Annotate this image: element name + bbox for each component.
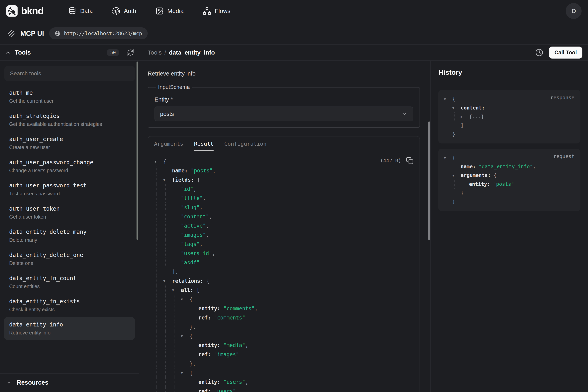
- call-tool-button[interactable]: Call Tool: [549, 46, 583, 58]
- sidebar-item-auth_strategies[interactable]: auth_strategiesGet the available authent…: [4, 108, 135, 132]
- indent-guide: [163, 386, 172, 392]
- sidebar-item-auth_user_create[interactable]: auth_user_createCreate a new user: [4, 132, 135, 155]
- json-punct: ]: [461, 122, 464, 128]
- nav-item-media[interactable]: Media: [156, 7, 184, 15]
- indent-guide: [155, 295, 163, 304]
- sidebar-item-auth_user_password_change[interactable]: auth_user_password_changeChange a user's…: [4, 155, 135, 178]
- json-string: "comments": [214, 315, 245, 321]
- json-key: name:: [461, 164, 476, 170]
- json-key: fields:: [172, 177, 194, 183]
- copy-result-button[interactable]: [406, 157, 413, 164]
- json-string: "id": [181, 186, 194, 192]
- json-string: "comments": [223, 306, 255, 312]
- breadcrumb-tools[interactable]: Tools: [148, 49, 162, 56]
- indent-guide: [444, 104, 452, 112]
- sidebar-item-data_entity_delete_one[interactable]: data_entity_delete_oneDelete one: [4, 247, 135, 270]
- tool-name: auth_user_password_change: [9, 159, 130, 166]
- sidebar-item-auth_user_password_test[interactable]: auth_user_password_testTest a user's pas…: [4, 178, 135, 201]
- indent-guide: [155, 194, 163, 203]
- collapse-marker-icon[interactable]: ▼: [163, 175, 172, 184]
- json-punct: ,: [194, 186, 196, 192]
- chevron-up-icon[interactable]: [5, 50, 11, 56]
- entity-select[interactable]: posts: [155, 106, 413, 121]
- sidebar-item-auth_me[interactable]: auth_meGet the current user: [4, 85, 135, 108]
- resources-section-header[interactable]: Resources: [0, 373, 139, 392]
- json-punct: {: [190, 333, 193, 339]
- indent-guide: [181, 350, 190, 359]
- history-entry-response[interactable]: response▼{▼content: [▶{...}]}: [438, 90, 581, 144]
- indent-guide: [155, 249, 163, 258]
- marker-space: [452, 188, 461, 198]
- indent-guide: [163, 341, 172, 350]
- collapse-marker-icon[interactable]: ▼: [452, 171, 461, 180]
- tool-description: Delete many: [9, 237, 130, 243]
- indent-guide: [155, 221, 163, 230]
- json-line: ▼all: [: [155, 286, 413, 295]
- nav-item-flows[interactable]: Flows: [203, 7, 230, 15]
- json-line: "tags",: [155, 240, 413, 249]
- marker-space: [452, 121, 461, 130]
- json-punct: }: [461, 190, 464, 196]
- json-line: }: [444, 198, 575, 206]
- sidebar-item-data_entity_fn_exists[interactable]: data_entity_fn_existsCheck if entity exi…: [4, 294, 135, 317]
- sidebar-item-auth_user_token[interactable]: auth_user_tokenGet a user token: [4, 201, 135, 224]
- tab-configuration[interactable]: Configuration: [224, 136, 266, 151]
- indent-guide: [163, 258, 172, 267]
- result-tabs: ArgumentsResultConfiguration: [148, 136, 419, 151]
- indent-guide: [444, 121, 452, 130]
- json-punct: ,: [255, 306, 258, 312]
- json-line: ▼content: [: [444, 104, 575, 112]
- json-key: entity:: [198, 379, 220, 385]
- collapse-marker-icon[interactable]: ▼: [181, 332, 190, 341]
- collapse-marker-icon[interactable]: ▼: [444, 95, 452, 104]
- indent-guide: [155, 212, 163, 221]
- bknd-logo[interactable]: bknd: [6, 5, 43, 17]
- expand-marker-icon[interactable]: ▶: [461, 112, 469, 121]
- sidebar-item-data_entity_fn_count[interactable]: data_entity_fn_countCount entities: [4, 270, 135, 294]
- server-url-pill[interactable]: http://localhost:28623/mcp: [49, 27, 148, 39]
- json-punct: ,: [199, 241, 203, 247]
- sidebar-scrollbar[interactable]: [137, 62, 138, 240]
- json-punct: {: [163, 158, 167, 164]
- collapse-marker-icon[interactable]: ▼: [163, 276, 172, 286]
- collapse-marker-icon[interactable]: ▼: [452, 104, 461, 112]
- json-line: ▼fields: [: [155, 175, 413, 184]
- indent-guide: [172, 322, 181, 332]
- refresh-tools-button[interactable]: [127, 49, 134, 56]
- indent-guide: [163, 203, 172, 212]
- history-panel: History response▼{▼content: [▶{...}]}req…: [431, 61, 588, 392]
- collapse-marker-icon[interactable]: ▼: [181, 295, 190, 304]
- indent-guide: [163, 249, 172, 258]
- history-toggle-button[interactable]: [535, 48, 544, 57]
- json-line: "id",: [155, 184, 413, 194]
- sidebar-item-data_entity_info[interactable]: data_entity_infoRetrieve entity info: [4, 317, 135, 340]
- sidebar-item-data_entity_delete_many[interactable]: data_entity_delete_manyDelete many: [4, 224, 135, 247]
- collapse-marker-icon[interactable]: ▼: [172, 286, 181, 295]
- collapse-marker-icon[interactable]: ▼: [155, 157, 163, 166]
- tool-description: Get the available authentication strateg…: [9, 121, 130, 127]
- indent-guide: [444, 188, 452, 198]
- copy-icon: [406, 157, 413, 164]
- nav-item-data[interactable]: Data: [68, 7, 93, 15]
- history-entry-request[interactable]: request▼{name: "data_entity_info",▼argum…: [438, 149, 581, 211]
- history-entry-type: request: [554, 154, 575, 159]
- indent-guide: [181, 313, 190, 322]
- json-punct: ,: [199, 204, 203, 210]
- result-scrollbar[interactable]: [428, 122, 430, 240]
- search-input[interactable]: [4, 66, 135, 81]
- indent-guide: [163, 368, 172, 378]
- tab-result[interactable]: Result: [194, 136, 213, 151]
- resources-section-title: Resources: [17, 379, 48, 386]
- nav-item-auth[interactable]: Auth: [112, 7, 136, 15]
- json-string: "posts": [191, 168, 213, 174]
- indent-guide: [163, 313, 172, 322]
- history-entries: response▼{▼content: [▶{...}]}request▼{na…: [431, 84, 588, 216]
- database-icon: [68, 7, 76, 15]
- user-avatar[interactable]: D: [566, 3, 582, 19]
- indent-guide: [155, 332, 163, 341]
- collapse-marker-icon[interactable]: ▼: [444, 154, 452, 162]
- json-string: "asdf": [181, 260, 199, 266]
- json-line: "images",: [155, 230, 413, 240]
- tab-arguments[interactable]: Arguments: [154, 136, 183, 151]
- collapse-marker-icon[interactable]: ▼: [181, 368, 190, 378]
